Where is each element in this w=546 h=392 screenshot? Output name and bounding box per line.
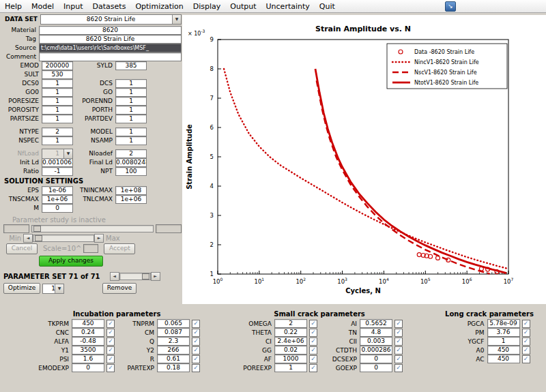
input-source[interactable]: t:\cmd\data1\users\rlc\Sandboxes\MSF_	[39, 44, 182, 52]
study-slider-right-arrow[interactable]: ►	[94, 234, 104, 243]
input-y2[interactable]: 266	[157, 346, 190, 355]
checkbox-cii[interactable]: ✓	[394, 337, 403, 346]
input-omega[interactable]: 2	[274, 319, 307, 328]
input-poreexp[interactable]: 1	[274, 363, 307, 372]
checkbox-poreexp[interactable]: ✓	[309, 364, 317, 372]
checkbox-ctdth[interactable]: ✓	[394, 346, 403, 355]
checkbox-tkprm[interactable]: ✓	[106, 320, 115, 328]
input-final-ld[interactable]: 0.0080248	[115, 158, 147, 167]
checkbox-a0[interactable]: ✓	[522, 346, 530, 355]
cancel-button[interactable]: Cancel	[6, 243, 38, 254]
input-go0[interactable]: 1	[42, 88, 73, 97]
input-psi[interactable]: 1.6	[72, 355, 104, 363]
dock-icon[interactable]: ↘	[445, 1, 456, 12]
input-go[interactable]: 1	[115, 88, 147, 97]
input-comment[interactable]	[39, 52, 182, 61]
input-pm[interactable]: 3.76	[487, 328, 520, 337]
checkbox-af[interactable]: ✓	[309, 355, 317, 363]
menu-item-display[interactable]: Display	[188, 1, 226, 12]
input-y1[interactable]: 3500	[72, 346, 104, 355]
input-npt[interactable]: 100	[115, 167, 147, 176]
checkbox-ci[interactable]: ✓	[309, 337, 317, 346]
input-partdev[interactable]: 1	[115, 115, 147, 123]
checkbox-cm[interactable]: ✓	[192, 329, 200, 337]
input-material[interactable]: 8620	[39, 26, 182, 35]
input-eps[interactable]: 1e-06	[42, 186, 73, 195]
menu-item-help[interactable]: Help	[0, 1, 27, 12]
checkbox-ai[interactable]: ✓	[394, 320, 403, 328]
checkbox-goexp[interactable]: ✓	[394, 364, 403, 372]
study-slider-left-arrow[interactable]: ◄	[23, 234, 33, 243]
input-ygcf[interactable]: 1	[487, 337, 520, 346]
checkbox-y2[interactable]: ✓	[192, 346, 200, 355]
input-partsize[interactable]: 1	[42, 115, 73, 123]
optimize-button[interactable]: Optimize	[3, 283, 40, 294]
input-emod[interactable]: 200000	[42, 61, 73, 70]
input-nfload[interactable]: 1▼	[42, 149, 73, 159]
input-cnc[interactable]: 0.24	[72, 328, 104, 337]
input-tkprm[interactable]: 450	[72, 319, 104, 328]
study-max-input[interactable]	[156, 224, 182, 233]
input-nspec[interactable]: 1	[42, 136, 73, 145]
input-ai[interactable]: 0.5652	[360, 319, 392, 328]
input-dcsexp[interactable]: 0	[360, 355, 392, 363]
input-tnscmax[interactable]: 1e+06	[42, 195, 73, 204]
accept-button[interactable]: Accept	[104, 243, 135, 254]
input-porennd[interactable]: 1	[115, 97, 147, 106]
menu-item-uncertainty[interactable]: Uncertainty	[261, 1, 315, 12]
study-value-slider[interactable]	[31, 225, 154, 232]
dataset-select[interactable]: 8620 Strain Life ▼	[40, 14, 182, 25]
apply-changes-button[interactable]: Apply changes	[39, 256, 103, 267]
menu-item-output[interactable]: Output	[225, 1, 261, 12]
input-tn[interactable]: 4.8	[360, 328, 392, 337]
scale-input[interactable]	[83, 244, 98, 253]
input-init-ld[interactable]: 0.0010062	[42, 158, 73, 167]
input-nloadef[interactable]: 2	[115, 149, 147, 158]
input-af[interactable]: 1000	[274, 355, 307, 363]
checkbox-ac[interactable]: ✓	[522, 355, 530, 363]
checkbox-theta[interactable]: ✓	[309, 329, 317, 337]
checkbox-emodexp[interactable]: ✓	[106, 364, 115, 372]
menu-item-quit[interactable]: Quit	[315, 1, 340, 12]
input-theta[interactable]: 0.22	[274, 328, 307, 337]
checkbox-r[interactable]: ✓	[192, 355, 200, 363]
input-dcs0[interactable]: 1	[42, 79, 73, 88]
input-q[interactable]: 2.3	[157, 337, 190, 346]
checkbox-omega[interactable]: ✓	[309, 320, 317, 328]
input-tag[interactable]: 8620 Strain Life	[39, 35, 182, 44]
input-porth[interactable]: 1	[115, 106, 147, 115]
menu-item-datasets[interactable]: Datasets	[88, 1, 131, 12]
checkbox-gg[interactable]: ✓	[309, 346, 317, 355]
paramset-left-arrow[interactable]: ◄	[110, 272, 119, 281]
paramset-right-arrow[interactable]: ►	[151, 272, 160, 281]
input-partexp[interactable]: 0.18	[157, 363, 190, 372]
input-poresize[interactable]: 1	[42, 97, 73, 106]
input-pgca[interactable]: 5.78e-09	[487, 319, 520, 328]
input-cm[interactable]: 0.087	[157, 328, 190, 337]
study-range-slider[interactable]	[33, 235, 94, 242]
input-syld[interactable]: 385	[115, 61, 147, 70]
menu-item-optimization[interactable]: Optimization	[130, 1, 188, 12]
checkbox-pm[interactable]: ✓	[522, 329, 530, 337]
input-gg[interactable]: 0.02	[274, 346, 307, 355]
input-ac[interactable]: 450	[487, 355, 520, 363]
checkbox-q[interactable]: ✓	[192, 337, 200, 346]
input-goexp[interactable]: 0	[360, 363, 392, 372]
input-m[interactable]: 0	[42, 204, 73, 213]
checkbox-tnprm[interactable]: ✓	[192, 320, 200, 328]
input-ratio[interactable]: -1	[42, 167, 73, 176]
checkbox-alfa[interactable]: ✓	[106, 337, 115, 346]
optimize-count-select[interactable]: 1 ▼	[42, 284, 64, 294]
input-nsamp[interactable]: 1	[115, 136, 147, 145]
checkbox-pgca[interactable]: ✓	[522, 320, 530, 328]
input-ci[interactable]: 2.4e+06	[274, 337, 307, 346]
checkbox-y1[interactable]: ✓	[106, 346, 115, 355]
input-a0[interactable]: 450	[487, 346, 520, 355]
input-alfa[interactable]: -0.48	[72, 337, 104, 346]
input-tnlcmax[interactable]: 1e+06	[115, 195, 147, 204]
input-tnincmax[interactable]: 1e+08	[115, 186, 147, 195]
menu-item-model[interactable]: Model	[27, 1, 59, 12]
input-tnprm[interactable]: 0.065	[157, 319, 190, 328]
input-r[interactable]: 0.61	[157, 355, 190, 363]
checkbox-ygcf[interactable]: ✓	[522, 337, 530, 346]
